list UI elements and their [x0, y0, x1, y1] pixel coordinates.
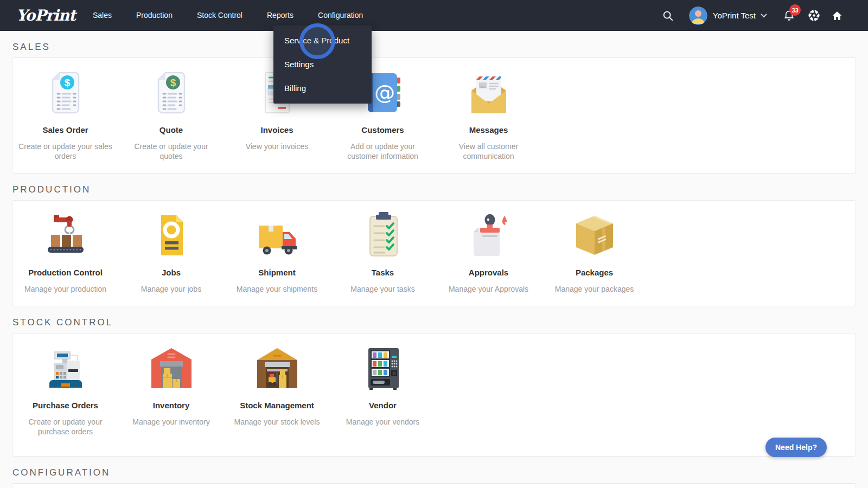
shipment-icon — [250, 208, 304, 262]
tile-desc: Manage your Approvals — [440, 284, 538, 294]
tile-title: Packages — [541, 268, 647, 277]
tile-title: Stock Management — [224, 401, 330, 410]
tile-desc: View all customer communication — [440, 142, 538, 161]
tile-desc: Manage your inventory — [123, 417, 220, 427]
nav-item-stock-control[interactable]: Stock Control — [197, 0, 242, 31]
tile-title: Approvals — [436, 268, 541, 277]
avatar[interactable] — [689, 7, 707, 25]
tile-desc: Create or update your sales orders — [17, 142, 114, 161]
purchase-orders-icon — [39, 341, 93, 395]
quote-icon: $ — [144, 66, 199, 120]
tile-title: Purchase Orders — [12, 401, 118, 410]
jobs-icon — [144, 208, 199, 262]
search-icon[interactable] — [662, 10, 674, 22]
section-title-stock-control: STOCK CONTROL — [12, 317, 856, 328]
packages-icon — [567, 208, 622, 262]
tile-desc: Manage your tasks — [334, 284, 432, 294]
section-title-production: PRODUCTION — [12, 184, 856, 195]
tile-desc: View your invoices — [228, 142, 326, 151]
section-title-sales: SALES — [12, 42, 856, 53]
user-name[interactable]: YoPrint Test — [713, 11, 756, 20]
tile-inventory[interactable]: Inventory Manage your inventory — [118, 341, 224, 436]
tile-jobs[interactable]: Jobs Manage your jobs — [118, 208, 224, 294]
svg-text:@: @ — [374, 80, 395, 104]
notifications-button[interactable]: 33 — [783, 10, 795, 21]
tile-title: Vendor — [330, 401, 436, 410]
tile-messages[interactable]: Messages View all customer communication — [436, 66, 541, 161]
stock-control-card: Purchase Orders Create or update your pu… — [12, 333, 856, 457]
dashboard: SALES $ Sales Order Create or update you… — [0, 42, 868, 488]
tile-desc: Manage your jobs — [123, 284, 220, 294]
notification-badge: 33 — [789, 4, 801, 16]
tile-desc: Create or update your purchase orders — [17, 417, 114, 436]
nav-right-group: YoPrint Test 33 — [662, 7, 843, 25]
approvals-icon — [462, 208, 516, 262]
menu-item-settings[interactable]: Settings — [273, 53, 372, 76]
sales-card: $ Sales Order Create or update your sale… — [12, 57, 856, 174]
inventory-icon — [144, 341, 199, 395]
tile-title: Inventory — [118, 401, 224, 410]
configuration-card — [12, 483, 856, 488]
tile-title: Customers — [330, 125, 436, 134]
tile-title: Shipment — [224, 268, 330, 277]
tile-vendor[interactable]: Vendor Manage your vendors — [330, 341, 436, 436]
tile-desc: Manage your vendors — [334, 417, 432, 427]
stock-management-icon — [250, 341, 304, 395]
top-nav: YoPrint Sales Production Stock Control R… — [0, 0, 868, 31]
tile-desc: Manage your production — [17, 284, 114, 294]
tile-desc: Add or update your customer information — [334, 142, 432, 161]
tile-tasks[interactable]: Tasks Manage your tasks — [330, 208, 436, 294]
tile-production-control[interactable]: Production Control Manage your productio… — [12, 208, 118, 294]
svg-text:$: $ — [170, 77, 176, 88]
tile-stock-management[interactable]: Stock Management Manage your stock level… — [224, 341, 330, 436]
need-help-button[interactable]: Need Help? — [765, 438, 827, 457]
section-title-configuration: CONFIGURATION — [12, 467, 856, 478]
tile-sales-order[interactable]: $ Sales Order Create or update your sale… — [12, 66, 118, 161]
tasks-icon — [356, 208, 410, 262]
messages-icon — [462, 66, 516, 120]
tile-title: Invoices — [224, 125, 330, 134]
tile-desc: Create or update your quotes — [123, 142, 220, 161]
home-icon[interactable] — [831, 10, 843, 22]
tile-title: Jobs — [118, 268, 224, 277]
nav-item-production[interactable]: Production — [136, 0, 173, 31]
tile-shipment[interactable]: Shipment Manage your shipments — [224, 208, 330, 294]
tile-desc: Manage your shipments — [228, 284, 326, 294]
aperture-icon[interactable] — [808, 9, 820, 22]
tile-approvals[interactable]: Approvals Manage your Approvals — [436, 208, 541, 294]
tile-title: Production Control — [12, 268, 118, 277]
tile-desc: Manage your stock levels — [228, 417, 326, 427]
production-control-icon — [39, 208, 93, 262]
sales-order-icon: $ — [39, 66, 93, 120]
configuration-dropdown: Service & Product Settings Billing — [273, 25, 372, 104]
tile-quote[interactable]: $ Quote Create or update your quotes — [118, 66, 224, 161]
tile-title: Sales Order — [12, 125, 118, 134]
tile-title: Messages — [436, 125, 541, 134]
chevron-down-icon[interactable] — [761, 14, 767, 18]
tile-desc: Manage your packages — [546, 284, 643, 294]
production-card: Production Control Manage your productio… — [12, 200, 856, 306]
vendor-icon — [356, 341, 410, 395]
nav-item-sales[interactable]: Sales — [93, 0, 112, 31]
yoprint-logo[interactable]: YoPrint — [16, 7, 75, 24]
tile-packages[interactable]: Packages Manage your packages — [541, 208, 647, 294]
menu-item-service-product[interactable]: Service & Product — [273, 29, 372, 53]
tile-title: Tasks — [330, 268, 436, 277]
tile-title: Quote — [118, 125, 224, 134]
menu-item-billing[interactable]: Billing — [273, 76, 372, 100]
svg-text:$: $ — [64, 77, 70, 88]
tile-purchase-orders[interactable]: Purchase Orders Create or update your pu… — [12, 341, 118, 436]
